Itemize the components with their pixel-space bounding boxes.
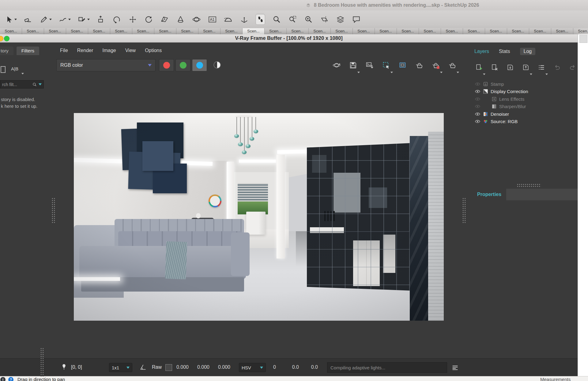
search-dropdown-caret-icon[interactable] [39, 83, 42, 85]
line-tool[interactable] [39, 14, 48, 25]
help-icon[interactable]: ? [8, 377, 13, 381]
select-tool[interactable] [4, 14, 13, 25]
scene-tab-25[interactable]: Scen... [529, 28, 551, 34]
layer-list-options-button[interactable] [538, 64, 545, 71]
scene-tab-11[interactable]: Scen... [221, 28, 243, 34]
section-tool[interactable] [320, 14, 329, 25]
visibility-off-icon[interactable] [475, 104, 481, 109]
dropdown-caret-icon[interactable] [357, 72, 360, 73]
visibility-on-icon[interactable] [475, 119, 481, 124]
add-layer-button[interactable] [475, 64, 483, 71]
visibility-off-icon[interactable] [475, 81, 481, 87]
scene-tab-19[interactable]: Scen... [397, 28, 419, 34]
history-tool-icon[interactable] [1, 66, 6, 73]
channel-select-dropdown[interactable]: RGB color [56, 59, 156, 71]
color-mode-dropdown[interactable]: HSV [239, 363, 266, 372]
panel-resize-grip[interactable] [462, 198, 466, 224]
scene-tab-20[interactable]: Scen... [419, 28, 441, 34]
red-channel-button[interactable] [159, 59, 174, 71]
ab-dropdown-caret-icon[interactable] [21, 73, 24, 74]
scene-tab-27[interactable]: Scen... [573, 28, 588, 34]
scene-tab-8[interactable]: Scen... [154, 28, 176, 34]
fold-tool[interactable] [160, 14, 169, 25]
dropdown-caret-icon[interactable] [457, 72, 459, 73]
shape-tool[interactable] [77, 14, 86, 25]
pixel-scale-dropdown[interactable]: 1x1 [109, 363, 132, 372]
render-button[interactable] [415, 61, 423, 69]
tab-stats[interactable]: Stats [499, 49, 510, 54]
layer-row[interactable]: Source: RGB [472, 118, 578, 126]
dropdown-caret-icon[interactable] [390, 72, 393, 73]
scene-tab-14[interactable]: Scen... [287, 28, 309, 34]
pixel-pin-icon[interactable] [61, 364, 67, 370]
menu-options[interactable]: Options [145, 48, 162, 53]
menu-render[interactable]: Render [77, 48, 93, 53]
axes-tool[interactable] [239, 14, 249, 25]
frame-select-button[interactable] [399, 61, 407, 69]
zoom-window-tool[interactable] [288, 14, 297, 25]
menu-image[interactable]: Image [102, 48, 116, 53]
maximize-button[interactable] [4, 36, 9, 41]
dome-tool[interactable] [224, 14, 233, 25]
tab-history[interactable]: tory [0, 47, 13, 55]
display-correction-sphere-icon[interactable] [213, 60, 222, 70]
panel-resize-grip[interactable] [40, 348, 44, 377]
callout-tool[interactable] [352, 14, 361, 25]
scene-tab-9[interactable]: Scen... [176, 28, 198, 34]
angle-icon[interactable] [139, 364, 147, 371]
log-toggle-icon[interactable] [451, 364, 459, 371]
flyout-caret-icon[interactable] [68, 19, 71, 20]
freehand-tool[interactable] [58, 14, 67, 25]
scene-tab-26[interactable]: Scen... [551, 28, 573, 34]
dropdown-caret-icon[interactable] [440, 72, 443, 73]
scene-tab-12[interactable]: Scen... [243, 28, 265, 34]
scene-tab-3[interactable]: Scen... [44, 28, 66, 34]
render-last-button[interactable] [448, 61, 456, 69]
visibility-on-icon[interactable] [475, 89, 481, 94]
info-icon[interactable]: i [0, 377, 6, 381]
dropdown-caret-icon[interactable] [545, 74, 548, 75]
flyout-caret-icon[interactable] [14, 19, 17, 20]
scene-tab-7[interactable]: Scen... [132, 28, 154, 34]
minimize-button[interactable] [0, 36, 3, 41]
properties-header[interactable]: Properties [477, 192, 501, 197]
move-tool[interactable] [128, 14, 137, 25]
rotate-tool[interactable] [144, 14, 153, 25]
dropdown-caret-icon[interactable] [483, 74, 485, 75]
tray-collapse-button[interactable] [579, 35, 587, 43]
flyout-caret-icon[interactable] [87, 19, 90, 20]
layer-row[interactable]: Stamp [472, 80, 578, 88]
history-search-field[interactable]: rch filt... [0, 80, 44, 89]
scene-tab-16[interactable]: Scen... [331, 28, 353, 34]
search-icon[interactable] [32, 82, 37, 87]
scene-tab-1[interactable]: Scen... [0, 28, 22, 34]
save-image-button[interactable] [349, 61, 357, 69]
properties-resize-grip[interactable] [517, 183, 541, 187]
stop-render-button[interactable] [432, 61, 440, 69]
green-channel-button[interactable] [175, 59, 190, 71]
visibility-on-icon[interactable] [475, 111, 481, 117]
load-layer-tree-button[interactable] [522, 64, 530, 71]
save-layer-tree-button[interactable] [507, 64, 514, 71]
pushpull-tool[interactable] [96, 14, 105, 25]
render-image[interactable] [74, 113, 444, 321]
scene-tab-17[interactable]: Scen... [353, 28, 375, 34]
scene-tab-15[interactable]: Scen... [309, 28, 331, 34]
visibility-off-icon[interactable] [475, 96, 481, 102]
menu-file[interactable]: File [60, 48, 68, 53]
dropdown-caret-icon[interactable] [530, 74, 532, 75]
delete-layer-button[interactable] [491, 64, 498, 71]
scene-tab-13[interactable]: Scen... [265, 28, 287, 34]
history-setup-link[interactable]: k here to set it up. [1, 104, 37, 109]
tab-layers[interactable]: Layers [474, 49, 489, 54]
vfb-titlebar[interactable]: V-Ray Frame Buffer - [100.0% of 1920 x 1… [0, 34, 578, 43]
layers-tool[interactable] [336, 14, 345, 25]
walk-tool[interactable] [255, 14, 265, 25]
zoom-tool[interactable] [272, 14, 281, 25]
region-render-button[interactable] [382, 61, 390, 69]
interactive-render-button[interactable] [333, 61, 341, 69]
layer-row[interactable]: Display Correction [472, 88, 578, 96]
scene-tab-2[interactable]: Scen... [22, 28, 44, 34]
scene-tab-10[interactable]: Scen... [198, 28, 221, 34]
scene-tab-4[interactable]: Scen... [66, 28, 88, 34]
